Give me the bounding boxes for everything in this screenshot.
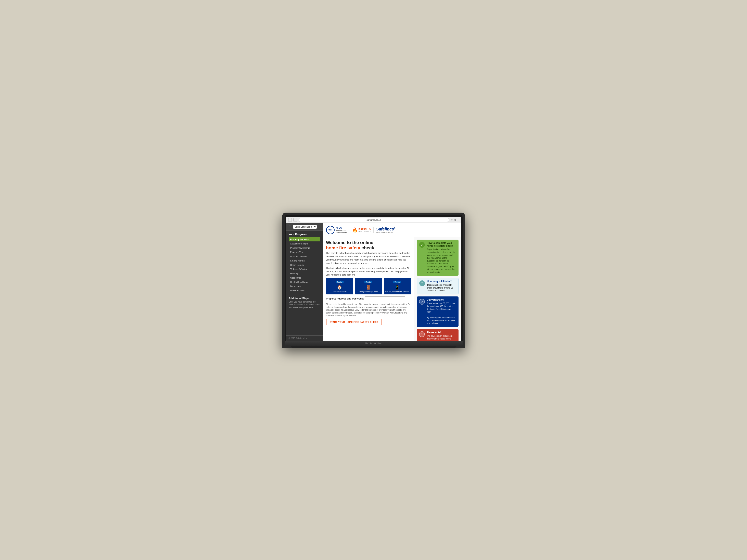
sidebar-footer: © 2023 Safelincs Ltd [286, 336, 323, 341]
tip-label-1: Top tip [336, 281, 343, 283]
sidebar-header: ☰ Select Language ▼ [286, 223, 323, 231]
sidebar-item-assessment-type[interactable]: Assessment Type [289, 242, 320, 246]
info-card-note-body: Please note! The advice given throughout… [427, 331, 456, 341]
tip-icon-escape: 🚪 [357, 285, 381, 290]
fire-kills-sub: LET'S PREPARE IT [359, 231, 371, 232]
hamburger-icon[interactable]: ☰ [289, 225, 291, 229]
new-tab-button[interactable]: + [457, 218, 459, 221]
sidebar-item-property-location[interactable]: Property Location [289, 237, 320, 241]
site-header: NFCC NFCC National Fire Chiefs Council 🔥 [323, 223, 461, 237]
info-card-complete-text: To get the best advice from completing t… [427, 248, 456, 274]
tip-card-smoke: Top tip 🏠 Fit smoke alarms [326, 278, 353, 295]
sidebar-item-tidiness-clutter[interactable]: Tidiness / Clutter [289, 267, 320, 271]
forward-button[interactable]: › [293, 218, 297, 222]
exclamation-icon: ! [419, 331, 425, 337]
tabs-button[interactable]: ⧉ [454, 218, 456, 221]
tip-text-smoke: Fit smoke alarms [328, 291, 352, 293]
tip-card-999: Top tip 📱 Get out, stay out and call 999 [384, 278, 411, 295]
sidebar-item-occupants[interactable]: Occupants [289, 276, 320, 280]
tip-text-escape: Plan your escape route [357, 291, 381, 293]
safelincs-logo: Safelincs® Fire & Safety Solutions [374, 227, 395, 233]
sidebar-item-room-details[interactable]: Room Details [289, 263, 320, 267]
sidebar-item-behaviours[interactable]: Behaviours [289, 284, 320, 288]
fire-kills-logo: 🔥 FIRE KILLS LET'S PREPARE IT [350, 228, 371, 233]
content-area: Welcome to the online home fire safety c… [323, 237, 461, 341]
laptop-base: MacBook Pro [285, 341, 463, 346]
start-button[interactable]: START YOUR HOME FIRE SAFETY CHECK [326, 319, 382, 325]
sidebar: ☰ Select Language ▼ Your Progress Proper… [286, 223, 323, 341]
info-card-note-text: The advice given throughout this system … [427, 335, 456, 341]
info-card-know-title: Did you know? [427, 298, 456, 301]
info-card-time-title: How long will it take? [427, 280, 456, 283]
nfcc-text: NFCC National Fire Chiefs Council [336, 226, 347, 234]
info-cards-sidebar: ✓ How to complete your home fire safety … [414, 237, 461, 341]
additional-steps-text: Once you have completed the initial asse… [286, 300, 323, 311]
sidebar-item-property-ownership[interactable]: Property Ownership [289, 246, 320, 250]
nfcc-circle: NFCC [326, 226, 335, 234]
sidebar-item-heating[interactable]: Heating [289, 271, 320, 275]
info-card-complete-title: How to complete your home fire safety ch… [427, 242, 456, 247]
laptop-foot [291, 346, 457, 348]
nfcc-logo: NFCC NFCC National Fire Chiefs Council [326, 226, 347, 234]
laptop-screen: ‹ › safelincs.co.uk ⬆ ⧉ + ☰ Select Langu… [286, 217, 461, 341]
intro-text-2: The tool will offer tips and advice on t… [326, 266, 411, 276]
tip-label-2: Top tip [364, 281, 372, 283]
sidebar-item-smoke-alarms[interactable]: Smoke Alarms [289, 259, 320, 263]
language-select[interactable]: Select Language ▼ [293, 225, 317, 229]
progress-section: Your Progress Property Location Assessme… [286, 231, 323, 294]
tip-text-999: Get out, stay out and call 999 [385, 291, 409, 293]
tip-icon-999: 📱 [385, 285, 409, 290]
info-card-know-text: There are around 35,000 house fires and … [427, 302, 456, 325]
info-card-time: ⏱ How long will it take? This online hom… [417, 278, 459, 294]
address-input[interactable] [365, 296, 405, 301]
info-card-complete-body: How to complete your home fire safety ch… [427, 242, 456, 274]
info-card-know-body: Did you know? There are around 35,000 ho… [427, 298, 456, 325]
tips-row: Top tip 🏠 Fit smoke alarms Top tip 🚪 Pla… [326, 278, 411, 295]
info-card-note: ! Please note! The advice given througho… [417, 329, 459, 341]
welcome-heading: Welcome to the online home fire safety c… [326, 240, 411, 251]
screen-bezel: ‹ › safelincs.co.uk ⬆ ⧉ + ☰ Select Langu… [285, 215, 463, 341]
sidebar-item-previous-fires[interactable]: Previous Fires [289, 289, 320, 293]
back-button[interactable]: ‹ [288, 218, 292, 222]
content-sidebar: ✓ How to complete your home fire safety … [414, 237, 461, 341]
sidebar-item-health-conditions[interactable]: Health Conditions [289, 280, 320, 284]
address-desc: Please enter the address/postcode of the… [326, 303, 411, 317]
intro-text-1: This easy-to-follow home fire safety che… [326, 251, 411, 265]
fire-icon: 🔥 [352, 228, 358, 233]
tip-card-escape: Top tip 🚪 Plan your escape route [355, 278, 382, 295]
info-card-complete: ✓ How to complete your home fire safety … [417, 240, 459, 276]
site-wrapper: ☰ Select Language ▼ Your Progress Proper… [286, 223, 461, 341]
tip-label-3: Top tip [393, 281, 401, 283]
safelincs-tagline: Fire & Safety Solutions [376, 232, 395, 233]
welcome-red: home fire safety [326, 245, 360, 250]
tip-icon-smoke: 🏠 [328, 285, 352, 290]
share-button[interactable]: ⬆ [451, 218, 453, 221]
info-card-note-title: Please note! [427, 331, 456, 334]
main-content: NFCC NFCC National Fire Chiefs Council 🔥 [323, 223, 461, 341]
safelincs-wordmark: Safelincs® [376, 227, 395, 232]
check-icon: ✓ [419, 242, 425, 248]
macbook-label: MacBook Pro [365, 342, 382, 345]
info-card-time-text: This online home fire safety check shoul… [427, 284, 456, 292]
sidebar-item-property-type[interactable]: Property Type [289, 250, 320, 254]
welcome-black: check [360, 245, 374, 250]
question-icon: ? [419, 299, 425, 304]
info-card-time-body: How long will it take? This online home … [427, 280, 456, 292]
progress-title: Your Progress [289, 233, 320, 236]
url-bar[interactable]: safelincs.co.uk [299, 218, 449, 222]
laptop-shell: ‹ › safelincs.co.uk ⬆ ⧉ + ☰ Select Langu… [282, 213, 465, 348]
additional-steps-title: Additional Steps [286, 295, 323, 300]
sidebar-item-number-of-floors[interactable]: Number of Floors [289, 255, 320, 259]
address-section: Property Address and Postcode: [326, 296, 411, 301]
content-main: Welcome to the online home fire safety c… [323, 237, 414, 341]
address-label: Property Address and Postcode: [326, 297, 364, 300]
clock-icon: ⏱ [419, 281, 425, 286]
browser-chrome: ‹ › safelincs.co.uk ⬆ ⧉ + [286, 217, 461, 223]
info-card-know: ? Did you know? There are around 35,000 … [417, 296, 459, 327]
fire-kills-text: FIRE KILLS [359, 228, 371, 231]
